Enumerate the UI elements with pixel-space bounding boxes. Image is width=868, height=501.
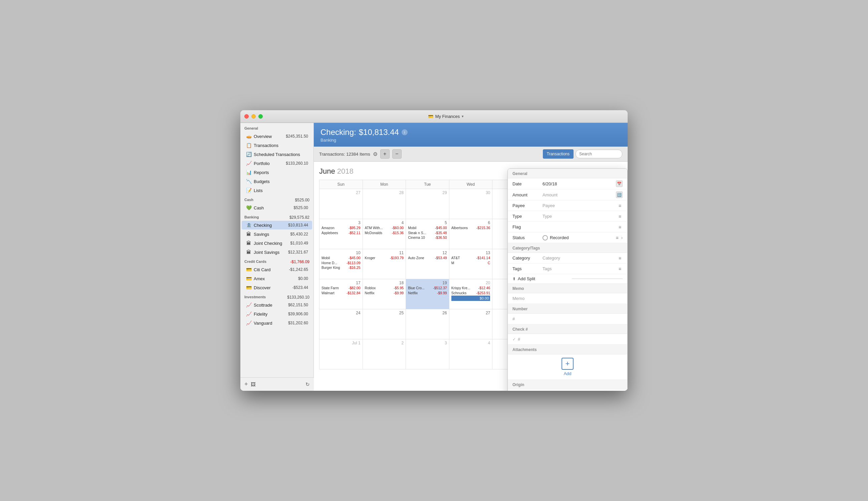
- cal-cell-w2d0[interactable]: 10Mobil-$45.00Home D...-$113.09Burger Ki…: [319, 249, 363, 279]
- cal-cell-w2d1[interactable]: 11Kroger-$193.79: [363, 249, 406, 279]
- cal-cell-w5d1[interactable]: 2: [363, 339, 406, 370]
- sidebar-item-budgets[interactable]: 📉 Budgets: [242, 177, 312, 186]
- sidebar-item-label-vanguard: Vanguard: [254, 321, 288, 326]
- sidebar-item-label-budgets: Budgets: [254, 179, 308, 184]
- cal-day-num: 10: [322, 250, 360, 255]
- transactions-view-button[interactable]: Transactions: [543, 149, 574, 159]
- remove-transaction-button[interactable]: −: [392, 149, 402, 159]
- sidebar-item-savings[interactable]: 🏛 Savings $5,430.22: [242, 230, 312, 238]
- refresh-icon[interactable]: ↻: [305, 382, 310, 387]
- sidebar-item-amex[interactable]: 💳 Amex $0.00: [242, 274, 312, 283]
- sidebar-item-overview[interactable]: 🥧 Overview $245,351.50: [242, 132, 312, 141]
- payee-menu-icon[interactable]: ≡: [617, 203, 622, 209]
- cal-cell-w4d3[interactable]: 27: [449, 309, 493, 339]
- cal-cell-w0d0[interactable]: 27: [319, 189, 363, 219]
- sidebar-item-amount-amex: $0.00: [298, 276, 308, 281]
- sidebar-investments-section: 📈 Scottrade $62,151.50 📈 Fidelity $39,90…: [240, 301, 314, 327]
- sidebar-item-label-scottrade: Scottrade: [254, 302, 288, 308]
- split-divider: [572, 279, 622, 279]
- sidebar-investments-header: Investments: [245, 295, 266, 300]
- sidebar-item-amount-fidelity: $39,906.00: [288, 312, 308, 316]
- cal-cell-w0d1[interactable]: 28: [363, 189, 406, 219]
- add-account-icon[interactable]: +: [245, 381, 248, 388]
- date-label: Date: [512, 181, 543, 186]
- sidebar-item-discover[interactable]: 💳 Discover -$523.44: [242, 283, 312, 292]
- cal-cell-w3d1[interactable]: 18Roblox-$5.95Netflix-$9.99: [363, 279, 406, 309]
- sidebar-icon-2[interactable]: 🖼: [251, 382, 256, 387]
- sidebar-banking-header: Banking: [245, 215, 259, 220]
- cal-cell-w3d3[interactable]: 20Krispy Kre...-$12.46Schnucks-$253.91: [449, 279, 493, 309]
- cal-cell-w2d2[interactable]: 12Auto Zone-$53.49: [406, 249, 449, 279]
- number-row: #: [508, 313, 627, 324]
- cal-cell-w0d3[interactable]: 30: [449, 189, 493, 219]
- tags-menu-icon[interactable]: ≡: [617, 266, 622, 271]
- sidebar-item-portfolio[interactable]: 📈 Portfolio $133,260.10: [242, 159, 312, 168]
- sidebar-item-lists[interactable]: 📝 Lists: [242, 186, 312, 195]
- number-value[interactable]: #: [512, 316, 622, 321]
- cal-cell-w1d2[interactable]: 5Mobil-$45.00Steak n S...-$35.48Cinema 1…: [406, 219, 449, 249]
- cal-cell-w3d2[interactable]: 19Blue Cro...-$512.37Netflix-$9.99: [406, 279, 449, 309]
- calendar-year: 2018: [337, 167, 354, 175]
- flag-row: Flag ≡: [508, 222, 627, 233]
- status-circle[interactable]: [543, 235, 548, 241]
- cal-cell-w0d2[interactable]: 29: [406, 189, 449, 219]
- sidebar-item-amount-vanguard: $31,202.60: [288, 321, 308, 325]
- info-icon[interactable]: i: [402, 129, 408, 135]
- gear-icon[interactable]: ⚙: [373, 151, 378, 157]
- cal-cell-w4d1[interactable]: 25: [363, 309, 406, 339]
- cal-cell-w4d2[interactable]: 26: [406, 309, 449, 339]
- cal-txn: Kroger-$193.79: [365, 256, 404, 260]
- cal-day-num: 11: [365, 250, 404, 255]
- status-menu-icon[interactable]: ≡: [614, 235, 620, 241]
- sidebar-item-scottrade[interactable]: 📈 Scottrade $62,151.50: [242, 301, 312, 309]
- add-attachment-button[interactable]: + Add: [512, 358, 622, 376]
- cal-cell-w3d0[interactable]: 17State Farm-$82.00Walmart-$132.84: [319, 279, 363, 309]
- sidebar-item-fidelity[interactable]: 📈 Fidelity $39,906.00: [242, 310, 312, 318]
- sidebar-item-checking[interactable]: 🏦 Checking $10,813.44: [242, 221, 312, 230]
- sidebar-item-vanguard[interactable]: 📈 Vanguard $31,202.60: [242, 319, 312, 327]
- status-label: Status: [512, 235, 543, 240]
- cal-cell-w4d0[interactable]: 24: [319, 309, 363, 339]
- cal-cell-w1d0[interactable]: 3Amazon-$95.29Applebees-$52.11: [319, 219, 363, 249]
- status-nav-icon[interactable]: ›: [621, 235, 622, 240]
- cal-cell-w5d3[interactable]: 4: [449, 339, 493, 370]
- main-layout: General 🥧 Overview $245,351.50 📋 Transac…: [240, 123, 628, 391]
- cal-cell-w1d3[interactable]: 6Albertsons-$215.36: [449, 219, 493, 249]
- check-value[interactable]: #: [518, 337, 622, 342]
- cal-amount-input[interactable]: [451, 296, 490, 301]
- minimize-button[interactable]: [251, 114, 256, 119]
- cal-txn: Home D...-$113.09: [322, 261, 360, 266]
- add-transaction-button[interactable]: +: [380, 149, 390, 159]
- search-input[interactable]: [576, 150, 622, 158]
- close-button[interactable]: [245, 114, 249, 119]
- cal-cell-w5d2[interactable]: 3: [406, 339, 449, 370]
- detail-panel: General Date 6/20/18 📅 Amount Amount 🔢 P…: [508, 168, 628, 391]
- calculator-button[interactable]: 🔢: [616, 191, 622, 198]
- cal-header-wed: Wed: [449, 180, 493, 189]
- memo-value[interactable]: Memo: [512, 296, 622, 301]
- flag-menu-icon[interactable]: ≡: [617, 224, 622, 230]
- sidebar-item-label-joint_savings: Joint Savings: [254, 250, 288, 255]
- maximize-button[interactable]: [258, 114, 263, 119]
- sidebar-item-transactions[interactable]: 📋 Transactions: [242, 141, 312, 150]
- sidebar-item-joint_checking[interactable]: 🏛 Joint Checking $1,010.49: [242, 239, 312, 247]
- payee-value: Payee: [543, 203, 617, 208]
- sidebar-item-icon-citi: 💳: [246, 267, 252, 273]
- sidebar-item-icon-scottrade: 📈: [246, 302, 252, 308]
- cal-day-num: 4: [365, 221, 404, 225]
- category-menu-icon[interactable]: ≡: [617, 256, 622, 261]
- sidebar-item-joint_savings[interactable]: 🏛 Joint Savings $12,321.67: [242, 248, 312, 256]
- sidebar-item-cash[interactable]: 💚 Cash $525.00: [242, 203, 312, 212]
- sidebar-item-reports[interactable]: 📊 Reports: [242, 168, 312, 177]
- add-split-label[interactable]: Add Split: [518, 276, 568, 281]
- type-menu-icon[interactable]: ≡: [617, 214, 622, 219]
- cal-cell-w1d1[interactable]: 4ATM With...-$60.00McDonalds-$15.36: [363, 219, 406, 249]
- cal-cell-w2d3[interactable]: 13AT&T-$141.14MC: [449, 249, 493, 279]
- sidebar-item-scheduled[interactable]: 🔄 Scheduled Transactions: [242, 150, 312, 159]
- dropdown-arrow-icon[interactable]: ▾: [462, 114, 464, 119]
- cal-cell-w5d0[interactable]: Jul 1: [319, 339, 363, 370]
- cal-header-tue: Tue: [406, 180, 449, 189]
- sidebar-item-citi[interactable]: 💳 Citi Card -$1,242.65: [242, 265, 312, 274]
- calendar-picker-button[interactable]: 📅: [616, 180, 622, 187]
- cal-txn: Netflix-$9.99: [408, 291, 447, 296]
